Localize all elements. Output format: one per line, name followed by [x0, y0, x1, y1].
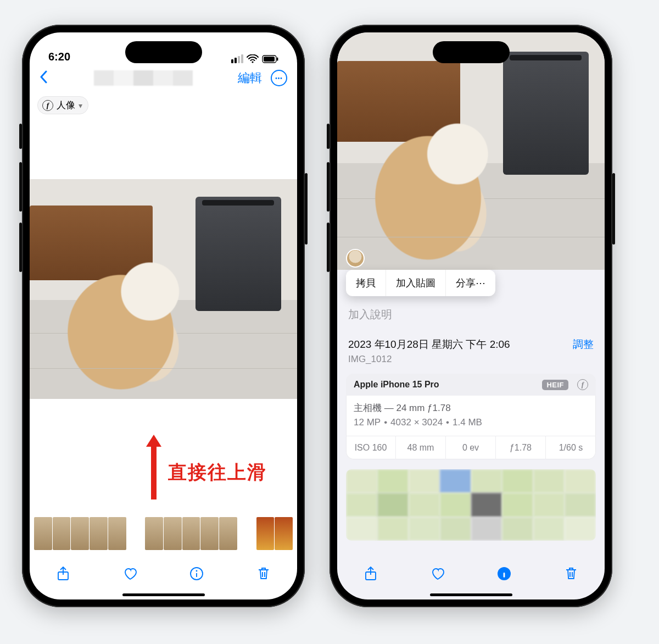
svg-rect-2 [264, 57, 275, 62]
subject-avatar[interactable] [346, 249, 365, 268]
menu-share[interactable]: 分享⋯ [446, 270, 495, 296]
thumbnail[interactable] [219, 517, 237, 550]
exif-aperture: ƒ1.78 [496, 436, 546, 459]
camera-lens-line: 主相機 — 24 mm ƒ1.78 [354, 401, 588, 415]
thumbnail[interactable] [90, 517, 108, 550]
menu-add-sticker[interactable]: 加入貼圖 [386, 270, 446, 296]
photo-dog [375, 104, 509, 260]
photo-datetime: 2023 年10月28日 星期六 下午 2:06 [348, 337, 510, 352]
delete-button[interactable] [563, 565, 579, 582]
side-button [19, 223, 22, 272]
map-blurred[interactable] [346, 469, 596, 541]
camera-mp: 12 MP [354, 417, 381, 428]
exif-grid: ISO 160 48 mm 0 ev ƒ1.78 1/60 s [346, 436, 596, 459]
share-icon [363, 566, 378, 581]
chevron-down-icon: ▾ [79, 101, 82, 110]
arrow-stem [151, 447, 157, 499]
exif-ev: 0 ev [446, 436, 496, 459]
portrait-chip[interactable]: f 人像 ▾ [37, 96, 88, 114]
nav-bar: 編輯 ••• [30, 64, 297, 92]
thumbnail[interactable] [182, 517, 200, 550]
svg-point-6 [196, 570, 198, 572]
share-button[interactable] [55, 565, 71, 582]
heart-icon [122, 566, 138, 581]
aperture-icon: f [42, 100, 53, 111]
photo-main[interactable] [337, 32, 605, 270]
heart-icon [430, 566, 445, 581]
dynamic-island [433, 41, 510, 63]
side-button [612, 173, 615, 245]
status-time: 6:20 [48, 51, 70, 63]
exif-focal: 48 mm [396, 436, 446, 459]
thumbnail[interactable] [108, 517, 126, 550]
context-menu: 拷貝 加入貼圖 分享⋯ [346, 270, 495, 296]
more-button[interactable]: ••• [271, 70, 287, 86]
camera-info-card: Apple iPhone 15 Pro HEIF f 主相機 — 24 mm ƒ… [346, 374, 596, 459]
trash-icon [256, 566, 271, 581]
phone-frame-left: 6:20 編輯 ••• [22, 25, 305, 607]
info-panel: 加入說明 2023 年10月28日 星期六 下午 2:06 調整 IMG_101… [337, 296, 605, 550]
thumbnail-gap [127, 517, 145, 550]
camera-size: 1.4 MB [453, 417, 482, 428]
phone-frame-right: 拷貝 加入貼圖 分享⋯ 加入說明 2023 年10月28日 星期六 下午 2:0… [330, 25, 612, 607]
side-button [327, 124, 330, 149]
annotation-text: 直接往上滑 [168, 460, 267, 485]
info-button[interactable] [188, 565, 205, 582]
thumbnail[interactable] [200, 517, 219, 550]
thumbnail[interactable] [145, 517, 163, 550]
photo-dog [67, 245, 201, 390]
bottom-toolbar [30, 558, 297, 590]
favorite-button[interactable] [122, 565, 138, 582]
delete-button[interactable] [255, 565, 272, 582]
status-icons [231, 54, 278, 63]
thumbnail[interactable] [275, 517, 293, 550]
chevron-left-icon [40, 70, 48, 84]
screen-right: 拷貝 加入貼圖 分享⋯ 加入說明 2023 年10月28日 星期六 下午 2:0… [337, 32, 605, 599]
edit-button[interactable]: 編輯 [238, 70, 262, 86]
exif-iso: ISO 160 [346, 436, 396, 459]
title-blurred [94, 70, 193, 86]
thumbnail-gap [238, 517, 256, 550]
side-button [19, 162, 22, 212]
image-filename: IMG_1012 [346, 353, 596, 374]
share-button[interactable] [362, 565, 379, 582]
thumbnail[interactable] [53, 517, 71, 550]
wifi-icon [247, 54, 259, 63]
info-icon [189, 566, 204, 581]
trash-icon [563, 566, 579, 581]
info-button-active[interactable] [496, 565, 512, 582]
aperture-icon: f [577, 379, 588, 390]
arrow-up-icon [146, 435, 161, 447]
format-badge: HEIF [542, 380, 568, 390]
back-button[interactable] [40, 69, 48, 87]
side-button [305, 173, 308, 245]
svg-point-0 [252, 61, 253, 63]
svg-point-9 [504, 570, 506, 572]
ellipsis-icon: ••• [275, 75, 283, 81]
thumbnail[interactable] [164, 517, 182, 550]
device-name: Apple iPhone 15 Pro [354, 380, 439, 390]
menu-copy[interactable]: 拷貝 [346, 270, 386, 296]
svg-rect-10 [504, 573, 505, 578]
thumbnail[interactable] [71, 517, 89, 550]
adjust-button[interactable]: 調整 [573, 337, 594, 352]
thumbnail[interactable] [256, 517, 275, 550]
favorite-button[interactable] [429, 565, 446, 582]
annotation-arrow [146, 435, 161, 499]
photo-main[interactable] [30, 179, 297, 399]
exif-shutter: 1/60 s [546, 436, 596, 459]
bottom-toolbar [337, 558, 605, 590]
battery-icon [262, 55, 278, 63]
dynamic-island [125, 41, 202, 63]
cell-signal-icon [231, 54, 243, 63]
camera-spec-line: 12 MP•4032 × 3024•1.4 MB [354, 415, 588, 430]
side-button [327, 162, 330, 212]
home-indicator[interactable] [122, 593, 205, 596]
home-indicator[interactable] [430, 593, 512, 596]
camera-dims: 4032 × 3024 [390, 417, 443, 428]
thumbnail-strip[interactable] [30, 517, 297, 550]
svg-rect-3 [277, 57, 278, 60]
add-caption-field[interactable]: 加入說明 [346, 296, 596, 327]
thumbnail[interactable] [34, 517, 52, 550]
photo-purifier [503, 52, 589, 175]
